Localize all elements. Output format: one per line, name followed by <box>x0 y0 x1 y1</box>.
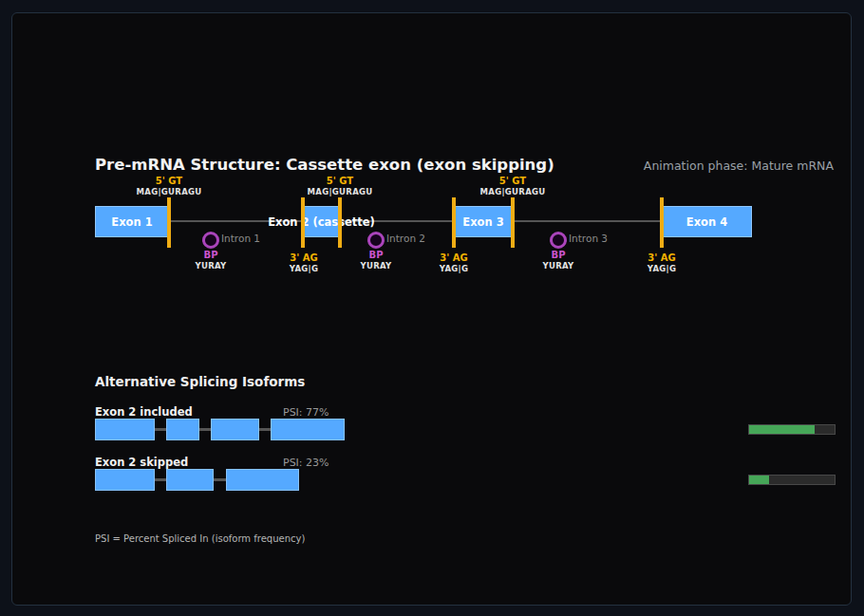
branch-point-1-motif: YURAY <box>154 261 268 271</box>
visualization-panel <box>11 12 852 606</box>
isoform-2-connector <box>155 478 166 481</box>
donor-site-1-name: 5' GT <box>112 176 226 187</box>
isoform-1-exon-4 <box>271 419 345 440</box>
isoform-1-exon-2 <box>166 419 199 440</box>
intron-1-label: Intron 1 <box>221 233 260 244</box>
isoform-1-label: Exon 2 included <box>95 405 193 419</box>
isoform-2-psi: PSI: 23% <box>283 457 329 469</box>
intron-3-label: Intron 3 <box>569 233 608 244</box>
splice-bar-acceptor-2 <box>452 197 456 248</box>
exon-2-label: Exon 2 (cassette) <box>268 215 375 229</box>
branch-point-icon <box>367 232 385 249</box>
exon-4-label: Exon 4 <box>686 215 727 229</box>
branch-point-3-abbr: BP <box>501 250 615 261</box>
isoform-2-label: Exon 2 skipped <box>95 456 188 469</box>
branch-point-3-motif: YURAY <box>501 261 615 271</box>
donor-site-2-motif: MAG|GURAGU <box>283 187 397 197</box>
isoform-1-psi-progress-bar <box>748 424 836 435</box>
branch-point-icon <box>550 232 567 249</box>
isoform-2-exon-3 <box>166 469 214 491</box>
donor-site-1: 5' GT MAG|GURAGU <box>112 176 226 197</box>
isoform-2-exon-1 <box>95 469 155 491</box>
page-title: Pre-mRNA Structure: Cassette exon (exon … <box>95 156 554 174</box>
isoform-2-exon-4 <box>226 469 299 491</box>
isoform-1-exon-3 <box>211 419 259 440</box>
isoform-2-connector <box>214 478 226 481</box>
donor-site-3-motif: MAG|GURAGU <box>456 187 570 197</box>
donor-site-1-motif: MAG|GURAGU <box>112 187 226 197</box>
donor-site-2-name: 5' GT <box>283 176 397 187</box>
splice-bar-acceptor-3 <box>660 197 664 248</box>
isoform-2-psi-progress-bar <box>748 475 836 485</box>
donor-site-2: 5' GT MAG|GURAGU <box>283 176 397 197</box>
acceptor-site-3-motif: YAG|G <box>605 264 719 274</box>
branch-point-2-abbr: BP <box>319 250 433 261</box>
exon-1-label: Exon 1 <box>111 215 152 229</box>
isoform-1-connector <box>259 428 271 431</box>
isoform-1-connector <box>199 428 211 431</box>
branch-point-icon <box>202 232 219 249</box>
intron-2-label: Intron 2 <box>386 233 425 244</box>
isoform-1-exon-1 <box>95 419 155 440</box>
psi-footnote: PSI = Percent Spliced In (isoform freque… <box>95 533 305 544</box>
isoform-2-psi-progress-fill <box>749 476 769 484</box>
acceptor-site-3: 3' AG YAG|G <box>605 252 719 274</box>
exon-4-box: Exon 4 <box>662 206 752 237</box>
donor-site-3: 5' GT MAG|GURAGU <box>456 176 570 197</box>
animation-phase-status: Animation phase: Mature mRNA <box>644 159 834 173</box>
isoforms-section-title: Alternative Splicing Isoforms <box>95 374 305 389</box>
branch-point-2-motif: YURAY <box>319 261 433 271</box>
intron-backbone-line <box>169 220 663 222</box>
isoform-1-connector <box>155 428 166 431</box>
branch-point-1-abbr: BP <box>154 250 268 261</box>
exon-3-label: Exon 3 <box>462 215 503 229</box>
isoform-1-psi-progress-fill <box>749 425 815 434</box>
isoform-1-psi: PSI: 77% <box>283 406 329 419</box>
acceptor-site-3-name: 3' AG <box>605 252 719 264</box>
splice-bar-acceptor-1 <box>301 197 305 248</box>
donor-site-3-name: 5' GT <box>456 176 570 187</box>
stage: Pre-mRNA Structure: Cassette exon (exon … <box>0 0 864 616</box>
